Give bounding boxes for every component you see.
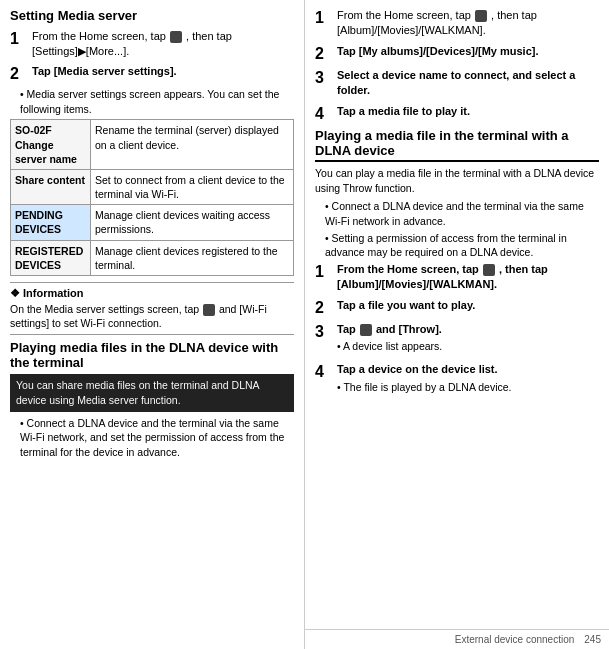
section2-bullet2: Setting a permission of access from the … — [315, 231, 599, 260]
right-step-3-bold: Select a device name to connect, and sel… — [337, 69, 575, 96]
right-step-1: 1 From the Home screen, tap , then tap [… — [315, 8, 599, 39]
right-r-step-2-text: Tap a file you want to play. — [337, 298, 599, 317]
footer-page: 245 — [584, 634, 601, 645]
right-r-step-1-before: From the Home screen, tap — [337, 263, 479, 275]
step-1-text: From the Home screen, tap , then tap [Se… — [32, 29, 294, 60]
right-r-step-2-number: 2 — [315, 298, 331, 317]
right-step-3-text: Select a device name to connect, and sel… — [337, 68, 599, 99]
table-cell-value: Rename the terminal (server) displayed o… — [91, 120, 294, 170]
right-step-1-text: From the Home screen, tap , then tap [Al… — [337, 8, 599, 39]
table-row: REGISTERED DEVICESManage client devices … — [11, 240, 294, 275]
table-cell-key: PENDING DEVICES — [11, 205, 91, 240]
table-cell-value: Manage client devices registered to the … — [91, 240, 294, 275]
info-title: Information — [10, 287, 294, 300]
info-text: On the Media server settings screen, tap… — [10, 302, 294, 330]
home-screen-icon-r1 — [475, 10, 487, 22]
right-r-step-2: 2 Tap a file you want to play. — [315, 298, 599, 317]
right-r-step-4-text: Tap a device on the device list. The fil… — [337, 362, 599, 397]
section2-desc: You can play a media file in the termina… — [315, 166, 599, 195]
table-cell-key: Share content — [11, 169, 91, 204]
right-r-step-1-number: 1 — [315, 262, 331, 293]
right-step-2-text: Tap [My albums]/[Devices]/[My music]. — [337, 44, 599, 63]
home-screen-icon-r2 — [483, 264, 495, 276]
table-cell-value: Set to connect from a client device to t… — [91, 169, 294, 204]
table-row: SO-02F Change server nameRename the term… — [11, 120, 294, 170]
step-2-text: Tap [Media server settings]. — [32, 64, 294, 83]
right-r-step-1-text: From the Home screen, tap , then tap [Al… — [337, 262, 599, 293]
step-2: 2 Tap [Media server settings]. — [10, 64, 294, 83]
right-r-step-4-bold: Tap a device on the device list. — [337, 363, 498, 375]
step-2-bullet: Media server settings screen appears. Yo… — [10, 87, 294, 116]
menu-icon — [203, 304, 215, 316]
step-2-bold: Tap [Media server settings]. — [32, 65, 177, 77]
step-1: 1 From the Home screen, tap , then tap [… — [10, 29, 294, 60]
right-step-2: 2 Tap [My albums]/[Devices]/[My music]. — [315, 44, 599, 63]
right-r-step-1: 1 From the Home screen, tap , then tap [… — [315, 262, 599, 293]
home-screen-icon — [170, 31, 182, 43]
table-cell-key: SO-02F Change server name — [11, 120, 91, 170]
right-r-step-3-number: 3 — [315, 322, 331, 357]
right-r-step-3-after: and [Throw]. — [376, 323, 442, 335]
footer-label: External device connection — [455, 634, 575, 645]
right-step-4-bold: Tap a media file to play it. — [337, 105, 470, 117]
right-column: 1 From the Home screen, tap , then tap [… — [305, 0, 609, 649]
right-step-3-number: 3 — [315, 68, 331, 99]
right-step-1-number: 1 — [315, 8, 331, 39]
step-1-number: 1 — [10, 29, 26, 60]
right-r-step-3-before: Tap — [337, 323, 356, 335]
left-column: Setting Media server 1 From the Home scr… — [0, 0, 305, 649]
step-1-text-before: From the Home screen, tap — [32, 30, 166, 42]
footer: External device connection 245 — [305, 629, 609, 649]
table-cell-value: Manage client devices waiting access per… — [91, 205, 294, 240]
section-title: Setting Media server — [10, 8, 294, 23]
subsection-title: Playing media files in the DLNA device w… — [10, 340, 294, 370]
right-step-4-text: Tap a media file to play it. — [337, 104, 599, 123]
playing-bullet-1: Connect a DLNA device and the terminal v… — [10, 416, 294, 460]
right-step-2-number: 2 — [315, 44, 331, 63]
right-r-step-3: 3 Tap and [Throw]. A device list appears… — [315, 322, 599, 357]
section2-title: Playing a media file in the terminal wit… — [315, 128, 599, 162]
right-step-2-bold: Tap [My albums]/[Devices]/[My music]. — [337, 45, 539, 57]
right-r-step-4-number: 4 — [315, 362, 331, 397]
right-r-step-4: 4 Tap a device on the device list. The f… — [315, 362, 599, 397]
right-r-step-4-sub: The file is played by a DLNA device. — [337, 380, 599, 395]
right-r-step-3-text: Tap and [Throw]. A device list appears. — [337, 322, 599, 357]
right-step-4-number: 4 — [315, 104, 331, 123]
settings-table: SO-02F Change server nameRename the term… — [10, 119, 294, 276]
table-cell-key: REGISTERED DEVICES — [11, 240, 91, 275]
info-block: Information On the Media server settings… — [10, 282, 294, 335]
step-2-number: 2 — [10, 64, 26, 83]
table-row: PENDING DEVICESManage client devices wai… — [11, 205, 294, 240]
right-r-step-3-sub: A device list appears. — [337, 339, 599, 354]
section2-bullet1: Connect a DLNA device and the terminal v… — [315, 199, 599, 228]
right-step-4: 4 Tap a media file to play it. — [315, 104, 599, 123]
right-step-1-before: From the Home screen, tap — [337, 9, 471, 21]
right-r-step-2-bold: Tap a file you want to play. — [337, 299, 475, 311]
right-step-3: 3 Select a device name to connect, and s… — [315, 68, 599, 99]
throw-icon — [360, 324, 372, 336]
playing-intro: You can share media files on the termina… — [10, 374, 294, 411]
table-row: Share contentSet to connect from a clien… — [11, 169, 294, 204]
